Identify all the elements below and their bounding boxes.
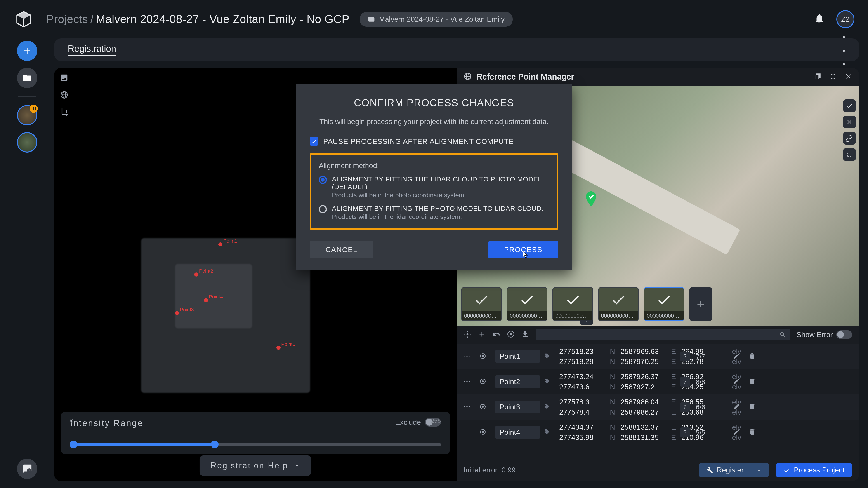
locate-point-icon[interactable] <box>463 403 476 411</box>
register-button[interactable]: Register <box>699 463 769 477</box>
locate-point-icon[interactable] <box>463 378 476 386</box>
alignment-option1-title: ALIGNMENT BY FITTING THE LIDAR CLOUD TO … <box>332 175 549 191</box>
point-row[interactable]: Point2 277473.24N2587926.37E256.92elv 27… <box>457 369 859 394</box>
tag-icon[interactable] <box>544 403 556 411</box>
modal-process-button[interactable]: PROCESS <box>488 241 558 258</box>
add-point-icon[interactable] <box>478 330 486 339</box>
project-thumb-1[interactable] <box>17 105 37 125</box>
locate-icon[interactable] <box>463 330 471 339</box>
thumbnail[interactable]: 0000000000… <box>461 287 502 321</box>
link-icon[interactable] <box>843 132 856 144</box>
edit-icon[interactable] <box>733 428 745 436</box>
modal-cancel-button[interactable]: CANCEL <box>310 241 373 258</box>
user-avatar[interactable]: Z2 <box>836 10 855 28</box>
breadcrumb: Projects / Malvern 2024-08-27 - Vue Zolt… <box>46 13 349 26</box>
chat-button[interactable] <box>17 459 37 479</box>
window-restore-icon[interactable] <box>814 72 822 81</box>
more-menu-icon[interactable] <box>842 29 845 70</box>
breadcrumb-current: Malvern 2024-08-27 - Vue Zoltan Emily - … <box>96 13 349 26</box>
project-thumb-2[interactable] <box>17 132 37 153</box>
svg-point-20 <box>482 406 484 408</box>
tag-icon[interactable] <box>544 353 556 360</box>
point-count: 6/6 <box>696 403 730 411</box>
point-name: Point3 <box>495 400 540 414</box>
folder-chip[interactable]: Malvern 2024-08-27 - Vue Zoltan Emily <box>360 12 513 27</box>
svg-point-15 <box>466 381 467 382</box>
point-count: 8/8 <box>696 378 730 386</box>
projects-folder-button[interactable] <box>17 68 37 88</box>
notifications-icon[interactable] <box>814 13 825 25</box>
breadcrumb-projects-link[interactable]: Projects <box>46 13 88 26</box>
close-icon[interactable] <box>844 72 852 81</box>
target-icon[interactable] <box>479 378 492 386</box>
intensity-range-slider[interactable] <box>70 443 441 447</box>
delete-icon[interactable] <box>749 352 776 361</box>
add-button[interactable] <box>17 41 37 61</box>
app-logo-icon <box>13 9 34 29</box>
add-thumbnail-button[interactable] <box>689 287 712 321</box>
point-count: 7/7 <box>696 353 730 360</box>
rail-divider <box>18 96 36 97</box>
process-project-button[interactable]: Process Project <box>776 463 852 477</box>
alignment-option1-sub: Products will be in the photo coordinate… <box>332 192 549 199</box>
target-icon[interactable] <box>479 428 492 436</box>
delete-icon[interactable] <box>749 428 776 436</box>
pause-badge-icon <box>30 105 38 113</box>
alignment-photo-to-lidar-radio[interactable] <box>319 205 327 213</box>
point-help-icon[interactable]: ? <box>680 377 690 387</box>
undo-icon[interactable] <box>492 330 500 339</box>
reject-icon[interactable] <box>843 116 856 128</box>
alignment-option2-title: ALIGNMENT BY FITTING THE PHOTO MODEL TO … <box>332 205 544 213</box>
crop-icon[interactable] <box>59 107 70 118</box>
edit-icon[interactable] <box>733 403 745 411</box>
expand-icon[interactable] <box>829 72 837 81</box>
delete-icon[interactable] <box>749 378 776 386</box>
download-icon[interactable] <box>521 330 529 339</box>
show-error-toggle[interactable] <box>836 330 852 339</box>
point-row[interactable]: Point4 277434.37N2588132.37E213.52elv 27… <box>457 420 859 445</box>
confirm-process-modal: CONFIRM PROCESS CHANGES This will begin … <box>296 84 572 270</box>
point-row[interactable]: Point3 277578.3N2587986.04E256.55elv 277… <box>457 394 859 420</box>
point-name: Point4 <box>495 426 540 439</box>
thumbnail-expand-icon[interactable] <box>580 320 593 325</box>
alignment-option2-sub: Products will be in the lidar coordinate… <box>332 213 544 221</box>
point-search-input[interactable] <box>536 329 790 340</box>
points-table: Point1 277518.23N2587969.63E264.99elv 27… <box>457 344 859 459</box>
globe-icon[interactable] <box>59 90 70 100</box>
tag-icon[interactable] <box>544 378 556 386</box>
delete-icon[interactable] <box>749 403 776 411</box>
thumbnail-selected[interactable]: 0000000000… <box>644 287 684 321</box>
point-help-icon[interactable]: ? <box>680 402 690 412</box>
svg-point-17 <box>482 381 484 382</box>
clear-icon[interactable] <box>507 330 515 339</box>
point-name: Point2 <box>495 375 540 388</box>
locate-point-icon[interactable] <box>463 428 476 436</box>
alignment-lidar-to-photo-radio[interactable] <box>319 176 327 184</box>
target-icon[interactable] <box>479 403 492 411</box>
thumbnail[interactable]: 0000000000… <box>553 287 593 321</box>
show-error-label: Show Error <box>797 330 833 339</box>
svg-point-3 <box>27 468 31 473</box>
confirm-icon[interactable] <box>843 99 856 112</box>
point-help-icon[interactable]: ? <box>680 352 690 361</box>
thumbnail-strip: 0000000000… 0000000000… 0000000000… 0000… <box>461 287 712 321</box>
svg-point-23 <box>482 431 484 433</box>
target-icon[interactable] <box>479 352 492 361</box>
fullscreen-icon[interactable] <box>843 148 856 161</box>
pause-processing-checkbox[interactable] <box>310 137 318 146</box>
point-help-icon[interactable]: ? <box>680 427 690 437</box>
registration-help-button[interactable]: Registration Help <box>199 455 311 476</box>
edit-icon[interactable] <box>733 352 745 361</box>
edit-icon[interactable] <box>733 378 745 386</box>
rpm-title: Reference Point Manager <box>476 72 574 82</box>
point-row[interactable]: Point1 277518.23N2587969.63E264.99elv 27… <box>457 344 859 369</box>
tag-icon[interactable] <box>544 429 556 436</box>
cursor-icon <box>522 251 529 260</box>
svg-point-18 <box>466 406 467 407</box>
thumbnail[interactable]: 0000000000… <box>598 287 639 321</box>
screenshot-icon[interactable] <box>59 72 70 83</box>
tab-registration[interactable]: Registration <box>68 43 116 56</box>
thumbnail[interactable]: 0000000000… <box>507 287 548 321</box>
svg-marker-1 <box>17 11 31 19</box>
locate-point-icon[interactable] <box>463 352 476 361</box>
